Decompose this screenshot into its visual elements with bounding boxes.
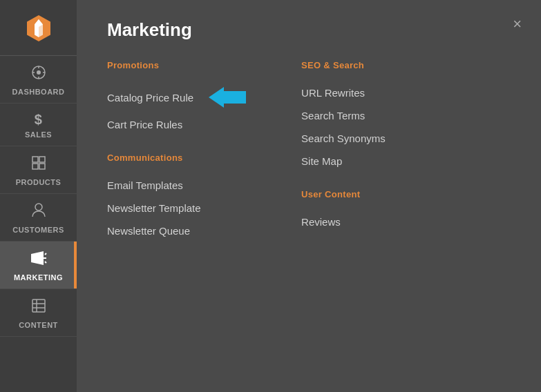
sidebar-item-label: SALES <box>25 130 52 139</box>
sidebar-item-sales[interactable]: $ SALES <box>0 104 77 146</box>
communications-heading: Communications <box>107 153 246 163</box>
sidebar-item-label: DASHBOARD <box>12 88 65 96</box>
newsletter-queue-link[interactable]: Newsletter Queue <box>107 219 246 242</box>
sidebar-item-marketing[interactable]: MARKETING <box>0 242 77 289</box>
catalog-price-rule-arrow-icon <box>209 87 246 108</box>
user-content-section: User Content Reviews <box>301 189 439 233</box>
svg-rect-12 <box>32 164 38 169</box>
email-templates-link[interactable]: Email Templates <box>107 174 246 197</box>
promotions-heading: Promotions <box>107 60 246 70</box>
sidebar-item-label: PRODUCTS <box>16 178 61 186</box>
seo-search-section: SEO & Search URL Rewrites Search Terms S… <box>301 60 439 173</box>
left-column: Promotions Catalog Price Rule Cart Price… <box>107 60 246 242</box>
sales-icon: $ <box>35 112 43 128</box>
sidebar-logo <box>0 0 77 56</box>
right-column: SEO & Search URL Rewrites Search Terms S… <box>301 60 439 242</box>
search-terms-link[interactable]: Search Terms <box>301 104 439 127</box>
reviews-link[interactable]: Reviews <box>301 210 439 233</box>
search-synonyms-link[interactable]: Search Synonyms <box>301 127 439 150</box>
marketing-icon <box>30 250 48 271</box>
sidebar-item-label: CUSTOMERS <box>12 226 64 234</box>
dashboard-icon <box>30 64 47 85</box>
sidebar-item-customers[interactable]: CUSTOMERS <box>0 194 77 242</box>
svg-line-17 <box>45 253 46 255</box>
url-rewrites-link[interactable]: URL Rewrites <box>301 81 439 104</box>
promotions-section: Promotions Catalog Price Rule Cart Price… <box>107 60 246 136</box>
svg-point-14 <box>35 204 42 210</box>
menu-columns: Promotions Catalog Price Rule Cart Price… <box>107 60 513 242</box>
communications-section: Communications Email Templates Newslette… <box>107 153 246 242</box>
svg-point-4 <box>37 70 41 75</box>
cart-price-rules-link[interactable]: Cart Price Rules <box>107 113 246 136</box>
content-icon <box>30 297 47 318</box>
svg-rect-10 <box>32 157 38 162</box>
svg-line-18 <box>45 262 46 263</box>
sidebar-item-label: MARKETING <box>14 273 63 282</box>
catalog-price-rule-link[interactable]: Catalog Price Rule <box>107 81 246 113</box>
sidebar-item-products[interactable]: PRODUCTS <box>0 146 77 194</box>
svg-rect-11 <box>39 157 45 162</box>
svg-marker-15 <box>31 251 44 265</box>
close-button[interactable]: × <box>513 17 522 32</box>
newsletter-template-link[interactable]: Newsletter Template <box>107 197 246 219</box>
site-map-link[interactable]: Site Map <box>301 150 439 173</box>
sidebar-item-content[interactable]: CONTENT <box>0 289 77 337</box>
magento-logo-icon <box>23 12 55 44</box>
panel-title: Marketing <box>107 19 513 41</box>
svg-rect-19 <box>32 300 45 312</box>
user-content-heading: User Content <box>301 189 439 199</box>
sidebar: DASHBOARD $ SALES PRODUCTS CUSTOMERS MAR… <box>0 0 77 392</box>
seo-search-heading: SEO & Search <box>301 60 439 70</box>
marketing-panel: Marketing × Promotions Catalog Price Rul… <box>77 0 541 392</box>
sidebar-item-dashboard[interactable]: DASHBOARD <box>0 56 77 104</box>
customers-icon <box>31 202 46 223</box>
svg-rect-13 <box>39 164 45 169</box>
sidebar-item-label: CONTENT <box>19 321 58 329</box>
products-icon <box>30 155 47 175</box>
